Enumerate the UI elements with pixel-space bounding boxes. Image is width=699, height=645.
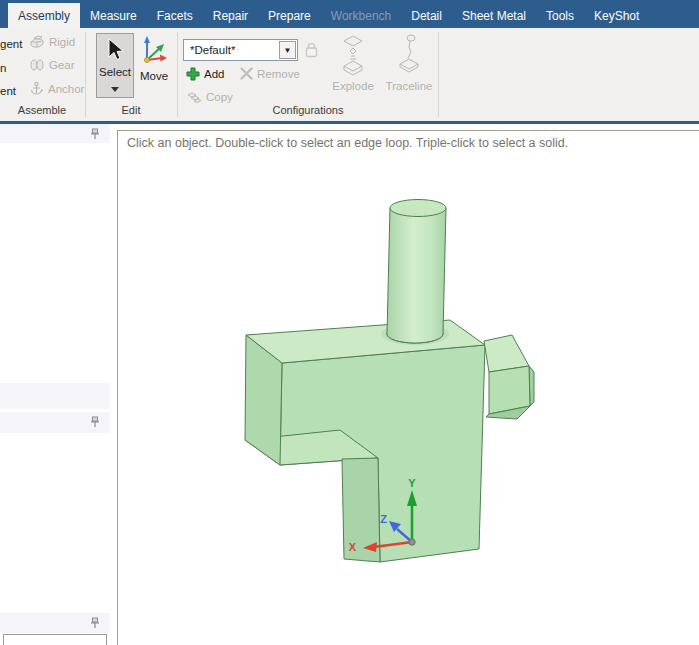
tab-repair[interactable]: Repair <box>203 3 258 28</box>
configuration-combobox-value: *Default* <box>190 44 235 56</box>
tab-workbench: Workbench <box>321 3 401 28</box>
copy-icon <box>186 89 202 104</box>
tab-tools[interactable]: Tools <box>536 3 584 28</box>
ribbon: gent n ent Rigid Gear Anchor Assemble Se… <box>0 28 699 121</box>
orient-button-label-fragment[interactable]: ent <box>0 85 16 97</box>
options-panel-header <box>0 613 110 633</box>
gear-button-label: Gear <box>49 59 75 71</box>
ribbon-tab-bar: Assembly Measure Facets Repair Prepare W… <box>0 0 699 28</box>
configuration-combobox[interactable]: *Default* ▼ <box>183 39 298 61</box>
add-button-label: Add <box>204 68 224 80</box>
pin-icon[interactable] <box>90 416 100 428</box>
structure-panel-header <box>0 124 110 143</box>
assemble-group-label: Assemble <box>0 104 84 116</box>
explode-button: Explode <box>330 34 376 92</box>
tab-facets[interactable]: Facets <box>147 3 203 28</box>
solid-body[interactable] <box>245 200 534 563</box>
solid-cylinder[interactable] <box>381 200 449 346</box>
rigid-button: Rigid <box>29 35 75 49</box>
tab-assembly[interactable]: Assembly <box>8 3 80 28</box>
pin-icon[interactable] <box>90 128 100 140</box>
tab-keyshot[interactable]: KeyShot <box>584 3 649 28</box>
align-button-label-fragment[interactable]: n <box>0 62 6 74</box>
copy-button-label: Copy <box>206 91 233 103</box>
tab-measure[interactable]: Measure <box>80 3 147 28</box>
x-axis-label: X <box>349 541 357 553</box>
edit-group-label: Edit <box>86 104 176 116</box>
selection-panel-header <box>0 412 110 433</box>
anchor-button: Anchor <box>29 81 84 96</box>
lock-icon <box>304 40 319 60</box>
y-axis-label: Y <box>408 477 416 489</box>
pin-icon[interactable] <box>90 617 100 629</box>
traceline-button-label: Traceline <box>383 80 435 92</box>
anchor-button-label: Anchor <box>48 83 84 95</box>
explode-button-label: Explode <box>330 80 376 92</box>
tab-prepare[interactable]: Prepare <box>258 3 321 28</box>
rigid-button-label: Rigid <box>49 36 75 48</box>
explode-icon <box>338 34 368 76</box>
gear-icon <box>29 58 45 72</box>
z-axis-label: Z <box>380 513 387 525</box>
tab-sheet-metal[interactable]: Sheet Metal <box>452 3 536 28</box>
layers-panel-strip <box>0 383 110 409</box>
add-plus-icon <box>186 67 200 81</box>
origin-point <box>409 539 415 545</box>
add-configuration-button[interactable]: Add <box>186 67 224 81</box>
remove-configuration-button: Remove <box>240 67 300 80</box>
group-separator <box>438 32 439 117</box>
tangent-button-label-fragment[interactable]: gent <box>0 38 22 50</box>
anchor-icon <box>29 81 44 96</box>
rigid-icon <box>29 35 45 49</box>
gear-button: Gear <box>29 58 75 72</box>
select-dropdown-caret-icon[interactable] <box>111 87 119 92</box>
select-button-label: Select <box>97 66 133 78</box>
model-canvas[interactable]: X Y Z <box>117 130 699 645</box>
move-button-label: Move <box>137 70 171 82</box>
copy-configuration-button: Copy <box>186 89 233 104</box>
remove-x-icon <box>240 67 253 80</box>
remove-button-label: Remove <box>257 68 300 80</box>
traceline-icon <box>396 34 422 76</box>
move-button[interactable]: Move <box>137 34 171 94</box>
tab-detail[interactable]: Detail <box>401 3 452 28</box>
solid-hex-boss[interactable] <box>484 335 534 419</box>
options-panel-box <box>3 634 107 645</box>
configurations-group-label: Configurations <box>178 104 438 116</box>
traceline-button: Traceline <box>383 34 435 92</box>
combobox-dropdown-button[interactable]: ▼ <box>279 41 296 59</box>
move-icon <box>139 34 169 66</box>
select-cursor-icon <box>105 38 125 62</box>
select-button[interactable]: Select <box>96 33 134 98</box>
